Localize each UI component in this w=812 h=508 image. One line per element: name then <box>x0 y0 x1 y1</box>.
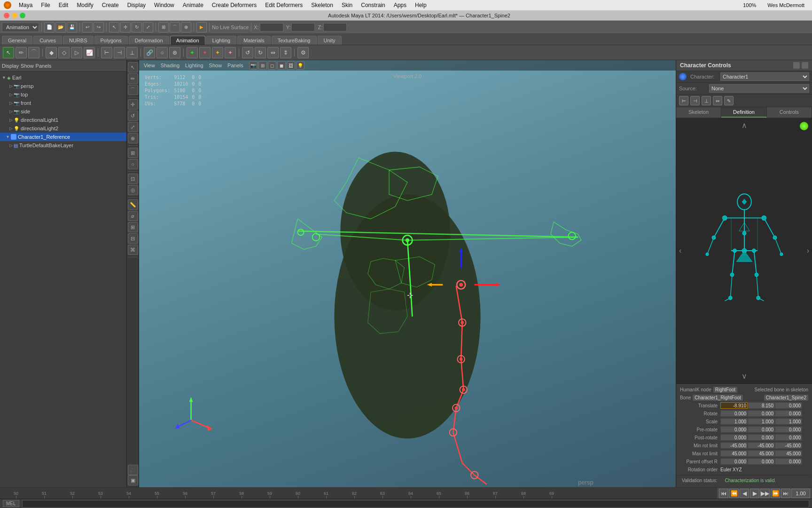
constraint-tool-btn[interactable]: 🔗 <box>144 47 155 58</box>
character-select[interactable]: Character1 <box>720 72 809 81</box>
maximize-button[interactable] <box>20 13 25 18</box>
parentoffset-y[interactable] <box>748 458 775 465</box>
maxrotlimit-x[interactable] <box>720 450 748 457</box>
tl-end-btn[interactable]: ⏭ <box>781 489 790 498</box>
menu-apps[interactable]: Apps <box>390 2 410 8</box>
pivot-icon-btn[interactable]: ◎ <box>128 185 138 195</box>
tab-animation[interactable]: Animation <box>170 36 205 45</box>
snap-icon-btn[interactable]: ⊡ <box>128 174 138 184</box>
cc-tab-definition[interactable]: Definition <box>721 107 766 118</box>
flip-btn[interactable]: ⇕ <box>280 47 291 58</box>
maxrotlimit-y[interactable] <box>748 450 775 457</box>
tl-prev-btn[interactable]: ⏪ <box>729 489 739 498</box>
y-input[interactable] <box>291 23 315 32</box>
vp-wire-btn[interactable]: ◻ <box>268 61 276 70</box>
close-button[interactable] <box>4 13 9 18</box>
timeline-ruler[interactable]: 50 51 52 53 54 55 56 57 58 59 60 61 62 6… <box>0 488 717 499</box>
scale-x[interactable] <box>720 418 748 425</box>
vp-light-btn[interactable]: 💡 <box>296 61 304 70</box>
rotate1-btn[interactable]: ↺ <box>242 47 253 58</box>
vp-texture-btn[interactable]: 🖼 <box>287 61 295 70</box>
outliner-item-dlight1[interactable]: ▷ 💡 directionalLight1 <box>0 116 126 124</box>
cc-bone-btn[interactable]: ⊢ <box>679 96 688 105</box>
postrotate-z[interactable] <box>775 434 802 441</box>
selection-tool-btn[interactable]: ↖ <box>3 47 14 58</box>
bone-tool-btn[interactable]: ⊢ <box>101 47 112 58</box>
fig-nav-left-btn[interactable]: ‹ <box>679 246 681 255</box>
tab-nurbs[interactable]: NURBS <box>63 36 94 45</box>
minrotlimit-x[interactable] <box>720 442 748 449</box>
menu-display[interactable]: Display <box>124 2 149 8</box>
prerotate-z[interactable] <box>775 426 802 433</box>
fig-nav-up-btn[interactable]: ∧ <box>742 121 747 130</box>
menu-help[interactable]: Help <box>411 2 430 8</box>
menu-file[interactable]: File <box>37 2 54 8</box>
tab-general[interactable]: General <box>2 36 32 45</box>
vp-view-btn[interactable]: View <box>142 63 157 68</box>
pink-dot-btn[interactable]: ✦ <box>225 47 236 58</box>
vp-show-btn[interactable]: Show <box>207 63 224 68</box>
open-file-btn[interactable]: 📂 <box>55 22 66 32</box>
blend-tool-btn[interactable]: ⊛ <box>169 47 180 58</box>
outliner-item-top[interactable]: ▷ 📷 top <box>0 90 126 99</box>
cc-ik-btn[interactable]: ⊣ <box>690 96 700 105</box>
tab-polygons[interactable]: Polygons <box>94 36 128 45</box>
menu-create-deformers[interactable]: Create Deformers <box>208 2 260 8</box>
outliner-item-front[interactable]: ▷ 📷 front <box>0 99 126 107</box>
key-tool-btn[interactable]: ◆ <box>46 47 57 58</box>
fig-nav-down-btn[interactable]: ∨ <box>742 372 747 381</box>
vp-lighting-btn[interactable]: Lighting <box>183 63 205 68</box>
fig-nav-right-btn[interactable]: › <box>807 246 809 255</box>
walk-btn[interactable]: ⚙ <box>297 47 309 58</box>
tab-texturebaking[interactable]: TextureBaking <box>272 36 317 45</box>
green-dot-1-btn[interactable]: ✦ <box>187 47 198 58</box>
screen-btn[interactable]: ▣ <box>128 475 138 485</box>
key2-tool-btn[interactable]: ◇ <box>58 47 70 58</box>
minimize-button[interactable] <box>12 13 17 18</box>
scale-icon-btn[interactable]: ⤢ <box>128 122 138 132</box>
uv-icon-btn[interactable]: ⊟ <box>128 233 138 244</box>
select-btn[interactable]: ↖ <box>109 22 119 32</box>
move-icon-btn[interactable]: ✛ <box>128 99 138 110</box>
snap-point-btn[interactable]: ⊕ <box>181 22 191 32</box>
crease-icon-btn[interactable]: ⌘ <box>128 245 138 255</box>
vp-panels-btn[interactable]: Panels <box>226 63 245 68</box>
prerotate-x[interactable] <box>720 426 748 433</box>
lasso-tool-btn[interactable]: ⌒ <box>28 47 39 58</box>
lasso-icon-btn[interactable]: ⌒ <box>128 85 138 95</box>
menu-edit-deformers[interactable]: Edit Deformers <box>261 2 306 8</box>
undo-btn[interactable]: ↩ <box>82 22 93 32</box>
scale-y[interactable] <box>748 418 775 425</box>
cc-close-btn[interactable] <box>793 62 800 69</box>
anim-tool-btn[interactable]: ▷ <box>71 47 82 58</box>
deform-icon-btn[interactable]: ⌀ <box>128 211 138 221</box>
viewport[interactable]: View Shading Lighting Show Panels 📷 ⊞ ◻ … <box>139 60 676 487</box>
vp-grid-btn[interactable]: ⊞ <box>258 61 267 70</box>
menu-maya[interactable]: Maya <box>15 2 36 8</box>
outliner-item-turtle[interactable]: ▷ ▤ TurtleDefaultBakeLayer <box>0 141 126 150</box>
cc-weight-btn[interactable]: ⊥ <box>702 96 711 105</box>
outliner-item-char-ref[interactable]: ▼ Character1_Reference <box>0 133 126 141</box>
scale-z[interactable] <box>775 418 802 425</box>
vp-camera-btn[interactable]: 📷 <box>249 61 258 70</box>
menu-window[interactable]: Window <box>150 2 178 8</box>
skin-tool-btn[interactable]: ⊥ <box>126 47 138 58</box>
rotate-z[interactable] <box>775 410 802 417</box>
save-file-btn[interactable]: 💾 <box>67 22 77 32</box>
vp-smooth-btn[interactable]: ◼ <box>277 61 286 70</box>
tl-next-btn[interactable]: ⏩ <box>771 489 780 498</box>
tl-play-btn[interactable]: ▶ <box>750 489 759 498</box>
maxrotlimit-z[interactable] <box>775 450 802 457</box>
component-icon-btn[interactable]: ⊞ <box>128 148 138 158</box>
menu-animate[interactable]: Animate <box>179 2 207 8</box>
minrotlimit-z[interactable] <box>775 442 802 449</box>
z-input[interactable] <box>323 23 347 32</box>
minrotlimit-y[interactable] <box>748 442 775 449</box>
red-dot-btn[interactable]: ✦ <box>199 47 211 58</box>
postrotate-y[interactable] <box>748 434 775 441</box>
cc-mirror-btn[interactable]: ⇔ <box>713 96 722 105</box>
yellow-dot-btn[interactable]: ✦ <box>212 47 223 58</box>
translate-x[interactable] <box>720 402 748 409</box>
menu-skeleton[interactable]: Skeleton <box>307 2 337 8</box>
rotate-btn[interactable]: ↻ <box>132 22 142 32</box>
